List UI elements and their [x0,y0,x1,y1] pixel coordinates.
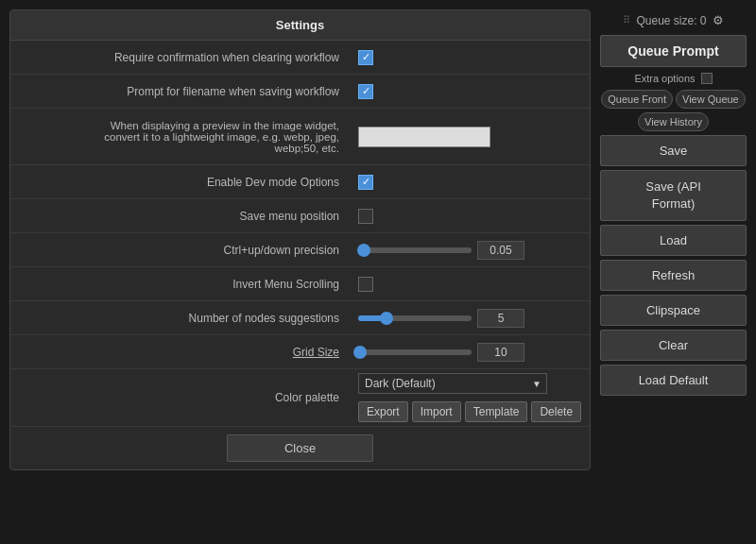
grid-slider-track[interactable] [358,349,472,355]
view-history-button[interactable]: View History [638,112,709,131]
preview-format-input[interactable] [358,127,490,147]
checkbox-save-menu[interactable]: ✓ [358,209,373,224]
checkbox-confirm-clear[interactable]: ✓ [358,50,373,65]
check-mark-3: ✓ [362,177,370,187]
nodes-slider-track[interactable] [358,315,472,321]
precision-slider-container: 0.05 [358,241,524,260]
view-queue-button[interactable]: View Queue [676,90,746,109]
label-grid-size: Grid Size [10,340,351,365]
checkbox-invert-scroll[interactable]: ✓ [358,277,373,292]
control-confirm-clear: ✓ [351,46,590,69]
precision-slider-thumb[interactable] [357,244,370,257]
extra-options-label: Extra options [634,73,695,84]
checkbox-prompt-filename[interactable]: ✓ [358,84,373,99]
queue-size-label: Queue size: 0 [636,14,706,27]
queue-prompt-button[interactable]: Queue Prompt [600,35,747,67]
grid-slider-thumb[interactable] [353,346,367,359]
label-prompt-filename: Prompt for filename when saving workflow [10,79,351,104]
close-button[interactable]: Close [227,434,373,462]
palette-delete-button[interactable]: Delete [531,401,581,422]
control-color-palette: Dark (Default) Light Custom ▼ Export Imp… [351,369,590,426]
control-preview-format [351,123,590,151]
queue-options-row: Queue Front View Queue [600,90,747,109]
checkbox-dev-mode[interactable]: ✓ [358,175,373,190]
label-confirm-clear: Require confirmation when clearing workf… [10,45,351,70]
precision-slider-track[interactable] [358,247,472,253]
load-default-button[interactable]: Load Default [600,365,747,396]
control-prompt-filename: ✓ [351,80,590,103]
grid-size-underline: Grid Size [293,346,339,359]
check-mark: ✓ [362,52,370,62]
control-invert-scroll: ✓ [351,273,590,296]
label-precision: Ctrl+up/down precision [10,238,351,263]
settings-row-nodes-suggestions: Number of nodes suggestions 5 [10,301,590,335]
palette-template-button[interactable]: Template [465,401,528,422]
save-api-button[interactable]: Save (APIFormat) [600,170,747,221]
queue-header: ⠿ Queue size: 0 ⚙ [600,9,747,31]
settings-row-invert-scroll: Invert Menu Scrolling ✓ [10,267,590,301]
settings-row-save-menu: Save menu position ✓ [10,199,590,233]
palette-select-wrapper: Dark (Default) Light Custom ▼ [358,373,547,394]
settings-row-color-palette: Color palette Dark (Default) Light Custo… [10,369,590,427]
label-nodes-suggestions: Number of nodes suggestions [10,306,351,331]
settings-row-grid-size: Grid Size 10 [10,335,590,369]
nodes-slider-value: 5 [477,309,524,328]
nodes-slider-thumb[interactable] [380,312,393,325]
nodes-slider-container: 5 [358,309,524,328]
load-button[interactable]: Load [600,225,747,256]
clipspace-button[interactable]: Clipspace [600,295,747,326]
grid-slider-container: 10 [358,343,524,362]
queue-options-row-2: View History [600,112,747,131]
close-row: Close [10,427,590,469]
label-preview-format: When displaying a preview in the image w… [10,114,351,160]
right-sidebar: ⠿ Queue size: 0 ⚙ Queue Prompt Extra opt… [600,9,747,396]
clear-button[interactable]: Clear [600,330,747,361]
precision-slider-value: 0.05 [477,241,524,260]
save-button[interactable]: Save [600,135,747,166]
settings-row-prompt-filename: Prompt for filename when saving workflow… [10,75,590,109]
extra-options-row: Extra options [600,71,747,86]
settings-row-precision: Ctrl+up/down precision 0.05 [10,233,590,267]
palette-buttons-row: Export Import Template Delete [358,401,581,422]
control-save-menu: ✓ [351,205,590,228]
settings-row-preview-format: When displaying a preview in the image w… [10,109,590,165]
queue-front-button[interactable]: Queue Front [601,90,673,109]
extra-options-checkbox[interactable] [701,73,713,84]
grid-slider-value: 10 [477,343,524,362]
label-dev-mode: Enable Dev mode Options [10,170,351,195]
refresh-button[interactable]: Refresh [600,260,747,291]
palette-export-button[interactable]: Export [358,401,408,422]
control-nodes-suggestions: 5 [351,305,590,332]
control-dev-mode: ✓ [351,171,590,194]
gear-icon[interactable]: ⚙ [713,13,724,27]
label-color-palette: Color palette [10,385,351,410]
settings-panel: Settings Require confirmation when clear… [9,9,591,470]
control-precision: 0.05 [351,237,590,264]
palette-select[interactable]: Dark (Default) Light Custom [358,373,547,394]
settings-row-dev-mode: Enable Dev mode Options ✓ [10,165,590,199]
main-area: Settings Require confirmation when clear… [0,0,756,544]
settings-title: Settings [10,10,590,41]
drag-handle-icon[interactable]: ⠿ [623,14,630,26]
label-invert-scroll: Invert Menu Scrolling [10,272,351,297]
label-save-menu: Save menu position [10,204,351,229]
check-mark-2: ✓ [362,86,370,96]
settings-row-confirm-clear: Require confirmation when clearing workf… [10,41,590,75]
control-grid-size: 10 [351,339,590,366]
palette-import-button[interactable]: Import [412,401,461,422]
